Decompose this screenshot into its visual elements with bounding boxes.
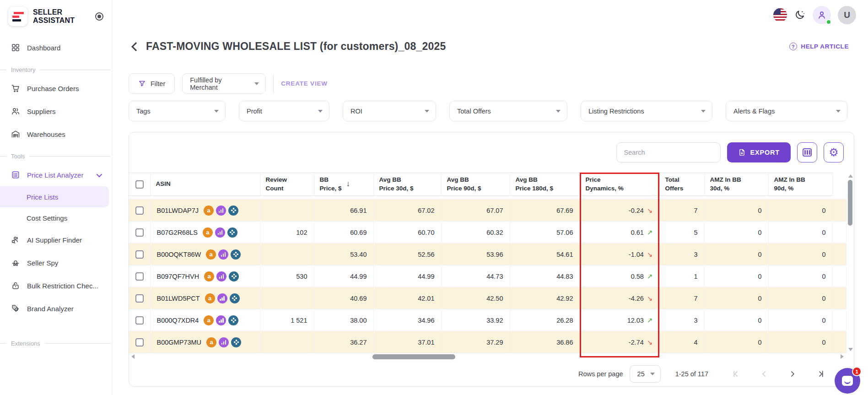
amazon-icon[interactable]: a <box>205 293 215 303</box>
rows-per-page-select[interactable]: 25 <box>630 365 661 383</box>
sidebar-item-warehouses[interactable]: Warehouses <box>0 123 112 146</box>
filter-dropdown-alerts-flags[interactable]: Alerts & Flags <box>726 101 847 121</box>
sidebar-collapse-icon[interactable] <box>95 12 103 21</box>
row-checkbox[interactable] <box>135 272 144 281</box>
sidebar-item-label: Dashboard <box>27 44 60 52</box>
column-header-avg-bb-90d[interactable]: Avg BBPrice 90d, $ <box>441 173 510 196</box>
vertical-scrollbar-thumb[interactable] <box>848 180 852 226</box>
column-header-amz-in-bb-30d[interactable]: AMZ In BB30d, % <box>704 173 768 196</box>
filter-dropdown-total-offers[interactable]: Total Offers <box>449 101 567 121</box>
row-checkbox[interactable] <box>135 206 144 215</box>
price-dynamics-cell: -0.24↘ <box>580 200 659 222</box>
search-input[interactable] <box>616 142 721 162</box>
keepa-icon[interactable] <box>230 293 240 303</box>
sidebar-item-brand-analyzer[interactable]: Brand Analyzer <box>0 297 112 320</box>
chart-icon[interactable] <box>216 315 226 325</box>
avg-bb-180d-cell: 42.92 <box>510 287 580 309</box>
column-header-total-offers[interactable]: TotalOffers <box>659 173 704 196</box>
chat-icon <box>842 376 853 386</box>
asin-cell: B097QF7HVH a <box>150 265 260 287</box>
first-page-button[interactable] <box>725 369 747 379</box>
filter-dropdown-tags[interactable]: Tags <box>129 101 226 121</box>
section-inventory: Inventory <box>0 66 112 73</box>
sidebar-item-bulk-restriction-checker[interactable]: Bulk Restriction Chec... <box>0 274 112 297</box>
keepa-icon[interactable] <box>228 206 238 216</box>
sidebar-item-label: Price List Analyzer <box>27 171 83 179</box>
filter-dropdown-roi[interactable]: ROI <box>343 101 436 121</box>
previous-page-button[interactable] <box>753 369 775 379</box>
horizontal-scrollbar-thumb[interactable] <box>372 354 455 359</box>
chart-icon[interactable] <box>216 271 226 281</box>
keepa-icon[interactable] <box>229 271 239 281</box>
partial-row <box>129 196 846 200</box>
chart-icon[interactable] <box>218 249 228 260</box>
export-button[interactable]: EXPORT <box>727 142 791 162</box>
column-header-amz-in-bb-90d[interactable]: AMZ In BB90d, % <box>768 173 832 196</box>
column-header-review-count[interactable]: ReviewCount <box>260 173 314 196</box>
back-button[interactable] <box>129 41 140 53</box>
view-select[interactable]: Fulfilled by Merchant <box>182 73 266 94</box>
sidebar-item-cost-settings[interactable]: Cost Settings <box>0 207 112 228</box>
row-checkbox-cell <box>129 287 150 309</box>
column-header-avg-bb-30d[interactable]: Avg BBPrice 30d, $ <box>373 173 441 196</box>
sidebar-item-ai-supplier-finder[interactable]: AI Supplier Finder <box>0 228 112 251</box>
review-count-cell <box>260 287 314 309</box>
column-header-price-dynamics[interactable]: PriceDynamics, % <box>580 173 659 196</box>
sidebar-item-purchase-orders[interactable]: Purchase Orders <box>0 77 112 100</box>
sort-descending-icon[interactable]: ↓ <box>346 179 350 189</box>
select-all-checkbox[interactable] <box>135 180 144 189</box>
amz-in-bb-30d-cell: 0 <box>704 243 768 265</box>
row-checkbox[interactable] <box>135 316 144 325</box>
keepa-icon[interactable] <box>231 337 241 347</box>
amazon-icon[interactable]: a <box>204 271 214 281</box>
column-header-bb-price[interactable]: BBPrice, $↓ <box>314 173 373 196</box>
filter-button[interactable]: Filter <box>129 73 175 94</box>
table-settings-button[interactable]: ⚙ <box>824 142 844 162</box>
bb-price-cell: 60.69 <box>314 222 373 243</box>
last-page-button[interactable] <box>810 369 832 379</box>
row-checkbox[interactable] <box>135 228 144 237</box>
chart-icon[interactable] <box>219 337 229 347</box>
amazon-icon[interactable]: a <box>206 249 216 260</box>
keepa-icon[interactable] <box>228 315 238 325</box>
account-avatar[interactable] <box>813 6 831 24</box>
columns-settings-button[interactable] <box>797 142 817 162</box>
sidebar-item-suppliers[interactable]: Suppliers <box>0 100 112 123</box>
chart-icon[interactable] <box>217 293 227 303</box>
price-list-icon <box>11 170 20 179</box>
bb-price-cell: 36.27 <box>314 331 373 353</box>
sidebar-item-seller-spy[interactable]: Seller Spy <box>0 251 112 274</box>
filter-dropdown-listing-restrictions[interactable]: Listing Restrictions <box>581 101 712 121</box>
language-flag-icon[interactable] <box>773 8 787 22</box>
row-checkbox[interactable] <box>135 338 144 346</box>
scroll-down-icon[interactable] <box>848 348 853 351</box>
trend-arrow-icon: ↘ <box>647 206 653 214</box>
filter-dropdown-profit[interactable]: Profit <box>239 101 329 121</box>
keepa-icon[interactable] <box>227 227 237 238</box>
chart-icon[interactable] <box>216 206 226 216</box>
amazon-icon[interactable]: a <box>204 206 214 216</box>
row-checkbox[interactable] <box>135 294 144 303</box>
sidebar-item-price-lists[interactable]: Price Lists <box>0 186 109 207</box>
chart-icon[interactable] <box>215 227 225 238</box>
scroll-up-icon[interactable] <box>848 174 853 178</box>
sidebar-item-price-list-analyzer[interactable]: Price List Analyzer <box>0 163 112 186</box>
keepa-icon[interactable] <box>231 249 241 260</box>
user-initial-avatar[interactable]: U <box>838 6 856 24</box>
scroll-left-icon[interactable] <box>131 354 135 359</box>
scroll-right-icon[interactable] <box>841 354 844 359</box>
amazon-icon[interactable]: a <box>204 315 214 325</box>
row-checkbox[interactable] <box>135 250 144 259</box>
column-header-asin[interactable]: ASIN <box>150 173 260 196</box>
dark-mode-moon-icon[interactable] <box>794 9 806 21</box>
amazon-icon[interactable]: a <box>206 337 216 347</box>
amazon-icon[interactable]: a <box>203 227 213 238</box>
next-page-button[interactable] <box>782 369 803 379</box>
sidebar-item-label: Brand Analyzer <box>27 305 74 313</box>
help-article-link[interactable]: ? HELP ARTICLE <box>789 43 849 50</box>
column-header-avg-bb-180d[interactable]: Avg BBPrice 180d, $ <box>510 173 580 196</box>
price-dynamics-value: 0.61 <box>631 229 644 236</box>
chat-widget-button[interactable]: 1 <box>835 368 860 394</box>
create-view-button[interactable]: CREATE VIEW <box>281 80 328 87</box>
sidebar-item-dashboard[interactable]: Dashboard <box>0 36 112 59</box>
